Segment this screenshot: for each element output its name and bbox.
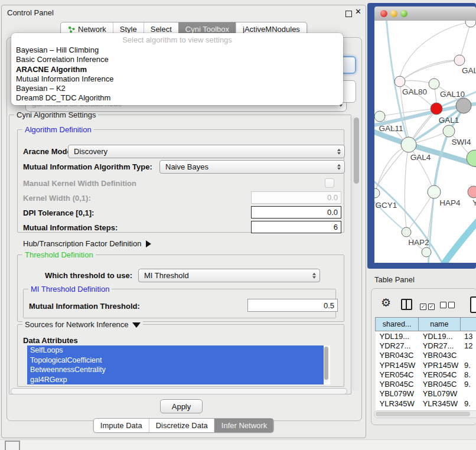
- algorithm-popup-item[interactable]: Bayesian – K2: [11, 84, 343, 93]
- table-cell[interactable]: YPR145W: [376, 360, 419, 370]
- algorithm-popup-item[interactable]: Basic Correlation Inference: [11, 55, 343, 64]
- network-node[interactable]: [374, 111, 385, 122]
- table-cell[interactable]: YDR27...: [419, 341, 460, 350]
- data-attribute-item[interactable]: TopologicalCoefficient: [27, 356, 324, 366]
- table-cell[interactable]: YBR045C: [376, 379, 419, 389]
- network-node[interactable]: [429, 79, 439, 89]
- close-traffic-light-icon[interactable]: [380, 10, 387, 17]
- network-canvas[interactable]: GALGAL80GAL10GAL1GAL11SWI4GAL4GCY1HAP4YH…: [374, 21, 476, 263]
- network-node[interactable]: [428, 185, 441, 198]
- table-row[interactable]: YBR045CYBR045C9.: [376, 379, 476, 389]
- network-edge[interactable]: [400, 60, 459, 81]
- tab-discretize-data[interactable]: Discretize Data: [149, 419, 214, 432]
- table-row[interactable]: YER054CYER054C8.: [376, 370, 476, 379]
- table-cell[interactable]: YDL19...: [419, 331, 460, 341]
- network-window-titlebar[interactable]: [374, 6, 476, 21]
- data-attribute-item[interactable]: SelfLoops: [27, 345, 324, 356]
- table-cell[interactable]: YER054C: [419, 370, 460, 379]
- network-node[interactable]: [401, 137, 416, 152]
- hub-definition-expander[interactable]: Hub/Transcription Factor Definition: [23, 239, 151, 248]
- float-window-icon[interactable]: [345, 11, 352, 17]
- network-node[interactable]: [468, 186, 476, 198]
- table-row[interactable]: YPR145WYPR145W9.: [376, 360, 476, 370]
- dpi-tolerance-field[interactable]: 0.0: [251, 206, 341, 219]
- table-horizontal-scrollbar[interactable]: [374, 410, 476, 418]
- sources-group-title[interactable]: Sources for Network Inference: [22, 320, 143, 329]
- network-edge[interactable]: [405, 60, 459, 78]
- algorithm-popup-item[interactable]: Bayesian – Hill Climbing: [11, 45, 343, 55]
- algorithm-popup-item[interactable]: Dream8 DC_TDC Algorithm: [11, 93, 343, 103]
- column-header-shared-name[interactable]: shared...: [376, 318, 419, 331]
- column-layout-icon[interactable]: [401, 299, 412, 310]
- column-header-name[interactable]: name: [419, 318, 460, 331]
- table-cell[interactable]: 8.: [460, 370, 476, 379]
- aracne-mode-combo[interactable]: Discovery: [68, 145, 345, 158]
- attributes-list-scrollbar[interactable]: [324, 346, 328, 383]
- mi-threshold-field[interactable]: 0.5: [247, 299, 338, 312]
- table-cell[interactable]: 9.: [460, 379, 476, 389]
- new-table-icon[interactable]: [470, 296, 476, 313]
- table-cell[interactable]: YLR345W: [376, 399, 419, 408]
- network-node[interactable]: [443, 125, 455, 137]
- column-header-clipped[interactable]: [460, 318, 476, 331]
- select-all-columns-icon[interactable]: ✓✓: [420, 301, 436, 310]
- network-node[interactable]: [395, 76, 405, 87]
- table-cell[interactable]: YBR045C: [419, 379, 460, 389]
- table-cell[interactable]: YDL19...: [376, 331, 419, 341]
- network-node[interactable]: [374, 188, 380, 198]
- table-cell[interactable]: YBR043C: [376, 351, 419, 360]
- table-cell[interactable]: 13: [460, 331, 476, 341]
- data-attribute-item[interactable]: gal4RGexp: [27, 375, 324, 385]
- network-edge[interactable]: [376, 145, 409, 188]
- kernel-width-label: Kernel Width (0,1):: [23, 194, 91, 203]
- mi-algorithm-type-combo[interactable]: Naive Bayes: [159, 160, 345, 174]
- table-row[interactable]: YBL079WYBL079W: [376, 389, 476, 399]
- table-cell[interactable]: 9.: [460, 360, 476, 370]
- panel-grip[interactable]: [5, 441, 20, 450]
- table-cell[interactable]: YLR345W: [419, 399, 460, 408]
- table-cell[interactable]: YDR27...: [376, 341, 419, 350]
- network-node[interactable]: [454, 55, 465, 66]
- settings-horizontal-scrollbar[interactable]: [10, 388, 349, 394]
- deselect-all-columns-icon[interactable]: [440, 301, 457, 310]
- network-edge[interactable]: [459, 22, 471, 60]
- network-edge[interactable]: [400, 22, 471, 77]
- table-cell[interactable]: YBL079W: [376, 389, 419, 399]
- table-cell[interactable]: [460, 389, 476, 399]
- mi-steps-field[interactable]: 6: [251, 221, 341, 233]
- table-header-row: shared... name: [376, 318, 476, 331]
- manual-kernel-width-checkbox[interactable]: [325, 178, 334, 188]
- algorithm-popup-item[interactable]: Mutual Information Inference: [11, 74, 343, 84]
- table-cell[interactable]: YPR145W: [419, 360, 460, 370]
- apply-button[interactable]: Apply: [160, 399, 203, 413]
- close-icon[interactable]: ✕: [355, 7, 361, 16]
- kernel-width-field[interactable]: 0.0: [251, 191, 341, 204]
- minimize-traffic-light-icon[interactable]: [390, 10, 397, 17]
- network-node[interactable]: [456, 98, 471, 113]
- table-cell[interactable]: YBR043C: [419, 351, 460, 360]
- network-node[interactable]: [465, 21, 476, 27]
- network-node[interactable]: [402, 227, 411, 237]
- stepper-icon: [312, 272, 316, 279]
- data-attributes-label: Data Attributes: [23, 336, 78, 345]
- data-attribute-item[interactable]: BetweennessCentrality: [27, 365, 324, 375]
- settings-vertical-scrollbar[interactable]: [353, 116, 360, 391]
- table-cell[interactable]: 12: [460, 341, 476, 350]
- network-node[interactable]: [431, 103, 442, 115]
- algorithm-popup-item[interactable]: ARACNE Algorithm: [11, 65, 343, 74]
- tab-infer-network[interactable]: Infer Network: [214, 419, 273, 432]
- network-edge[interactable]: [441, 219, 476, 263]
- table-row[interactable]: YLR345WYLR345W9.: [376, 399, 476, 408]
- table-row[interactable]: YDR27...YDR27...12: [376, 341, 476, 350]
- network-node[interactable]: [422, 247, 431, 257]
- gear-icon[interactable]: ⚙: [381, 296, 391, 309]
- table-cell[interactable]: YER054C: [376, 370, 419, 379]
- table-row[interactable]: YDL19...YDL19...13: [376, 331, 476, 341]
- table-cell[interactable]: [460, 351, 476, 360]
- table-cell[interactable]: YBL079W: [419, 389, 460, 399]
- table-cell[interactable]: 9.: [460, 399, 476, 408]
- zoom-traffic-light-icon[interactable]: [400, 10, 407, 17]
- tab-impute-data[interactable]: Impute Data: [94, 419, 149, 432]
- which-threshold-combo[interactable]: MI Threshold: [138, 269, 320, 282]
- table-row[interactable]: YBR043CYBR043C: [376, 351, 476, 360]
